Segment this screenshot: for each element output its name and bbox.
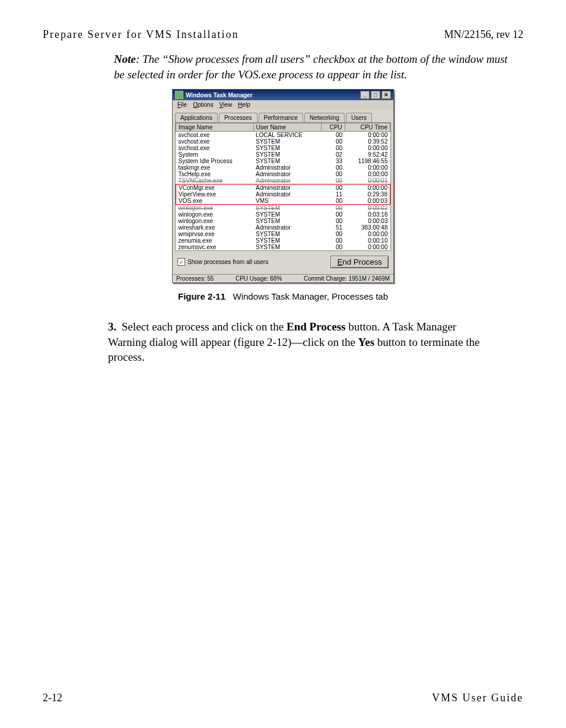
cell-cpu: 33 bbox=[321, 158, 345, 164]
table-row[interactable]: VOS.exeVMS000:00:03 bbox=[176, 198, 390, 205]
cell-cputime: 0:00:00 bbox=[345, 231, 390, 237]
step-3: 3. Select each process and click on the … bbox=[108, 319, 481, 364]
cell-cputime: 0:00:00 bbox=[345, 244, 390, 250]
tab-users[interactable]: Users bbox=[346, 113, 372, 122]
process-table: Image Name User Name CPU CPU Time svchos… bbox=[176, 123, 390, 250]
end-process-button[interactable]: End Process bbox=[330, 256, 389, 268]
close-button[interactable]: ✕ bbox=[381, 91, 391, 99]
note-text: : The “Show processes from all users” ch… bbox=[114, 53, 508, 81]
col-image[interactable]: Image Name bbox=[176, 123, 254, 132]
cell-image: ViperView.exe bbox=[176, 191, 254, 198]
table-row[interactable]: wireshark.exeAdministrator51383:00:48 bbox=[176, 224, 390, 231]
status-commit: Commit Charge: 1951M / 2469M bbox=[304, 275, 390, 282]
table-row[interactable]: svchost.exeSYSTEM000:39:52 bbox=[176, 138, 390, 145]
cell-user: SYSTEM bbox=[253, 158, 321, 164]
table-row[interactable]: taskmgr.exeAdministrator000:00:00 bbox=[176, 164, 390, 171]
cell-cputime: 0:29:38 bbox=[345, 191, 390, 198]
footer-page-number: 2-12 bbox=[43, 692, 62, 704]
cell-image: winlogon.exe bbox=[176, 205, 254, 212]
cell-image: svchost.exe bbox=[176, 132, 254, 139]
tab-networking[interactable]: Networking bbox=[304, 113, 345, 122]
table-row[interactable]: winlogon.exeSYSTEM000:03:16 bbox=[176, 211, 390, 218]
cell-user: SYSTEM bbox=[253, 211, 321, 218]
show-all-users-checkbox[interactable]: ✓ Show processes from all users bbox=[177, 258, 268, 266]
col-cpu[interactable]: CPU bbox=[321, 123, 345, 132]
figure-text: Windows Task Manager, Processes tab bbox=[233, 291, 389, 301]
table-row[interactable]: SystemSYSTEM029:52:42 bbox=[176, 151, 390, 158]
cell-image: winlogon.exe bbox=[176, 218, 254, 224]
step-number: 3. bbox=[108, 320, 116, 333]
status-bar: Processes: 55 CPU Usage: 68% Commit Char… bbox=[173, 274, 393, 282]
lower-bar: ✓ Show processes from all users End Proc… bbox=[173, 251, 393, 274]
cell-user: Administrator bbox=[253, 224, 321, 231]
col-cputime[interactable]: CPU Time bbox=[345, 123, 390, 132]
tab-processes[interactable]: Processes bbox=[219, 113, 257, 122]
cell-user: SYSTEM bbox=[253, 145, 321, 151]
cell-image: TSVNCache.exe bbox=[176, 177, 254, 185]
col-user[interactable]: User Name bbox=[253, 123, 321, 132]
cell-cputime: 1198:46:55 bbox=[345, 158, 390, 164]
minimize-button[interactable]: _ bbox=[360, 91, 370, 99]
cell-user: Administrator bbox=[253, 185, 321, 192]
cell-cputime: 0:00:00 bbox=[345, 164, 390, 171]
cell-user: SYSTEM bbox=[253, 138, 321, 145]
cell-image: System bbox=[176, 151, 254, 158]
figure-number: Figure 2-11 bbox=[178, 291, 225, 301]
show-all-users-label: Show processes from all users bbox=[187, 259, 268, 265]
page-footer: 2-12 VMS User Guide bbox=[43, 692, 523, 704]
status-cpu: CPU Usage: 68% bbox=[236, 275, 282, 282]
table-row[interactable]: TscHelp.exeAdministrator000:00:00 bbox=[176, 171, 390, 177]
cell-cpu: 00 bbox=[321, 138, 345, 145]
table-header-row: Image Name User Name CPU CPU Time bbox=[176, 123, 390, 132]
cell-cputime: 0:00:00 bbox=[345, 132, 390, 139]
table-row[interactable]: zenumia.exeSYSTEM000:00:10 bbox=[176, 237, 390, 244]
table-row[interactable]: winlogon.exeSYSTEM000:00:02 bbox=[176, 205, 390, 212]
menu-options[interactable]: Options bbox=[193, 101, 213, 108]
tab-performance[interactable]: Performance bbox=[259, 113, 303, 122]
table-row[interactable]: ViperView.exeAdministrator110:29:38 bbox=[176, 191, 390, 198]
cell-cpu: 00 bbox=[321, 145, 345, 151]
table-row[interactable]: svchost.exeSYSTEM000:00:00 bbox=[176, 145, 390, 151]
note-paragraph: Note: The “Show processes from all users… bbox=[114, 52, 517, 82]
cell-cputime: 383:00:48 bbox=[345, 224, 390, 231]
cell-image: TscHelp.exe bbox=[176, 171, 254, 177]
tabs: Applications Processes Performance Netwo… bbox=[175, 113, 391, 122]
menu-help[interactable]: Help bbox=[238, 101, 250, 108]
cell-cputime: 9:52:42 bbox=[345, 151, 390, 158]
cell-cpu: 51 bbox=[321, 224, 345, 231]
table-row[interactable]: svchost.exeLOCAL SERVICE000:00:00 bbox=[176, 132, 390, 139]
menu-file[interactable]: File bbox=[177, 101, 187, 108]
cell-cpu: 11 bbox=[321, 191, 345, 198]
cell-user: SYSTEM bbox=[253, 237, 321, 244]
titlebar[interactable]: Windows Task Manager _ □ ✕ bbox=[173, 90, 393, 100]
cell-cputime: 0:00:00 bbox=[345, 145, 390, 151]
cell-user: SYSTEM bbox=[253, 244, 321, 250]
cell-image: VOS.exe bbox=[176, 198, 254, 205]
app-icon bbox=[175, 91, 183, 99]
task-manager-window: Windows Task Manager _ □ ✕ File Options … bbox=[172, 89, 394, 283]
table-row[interactable]: System Idle ProcessSYSTEM331198:46:55 bbox=[176, 158, 390, 164]
checkbox-icon[interactable]: ✓ bbox=[177, 258, 185, 266]
figure-caption: Figure 2-11 Windows Task Manager, Proces… bbox=[43, 291, 523, 301]
table-row[interactable]: winlogon.exeSYSTEM000:00:03 bbox=[176, 218, 390, 224]
menu-bar: File Options View Help bbox=[173, 100, 393, 109]
cell-cpu: 00 bbox=[321, 185, 345, 192]
cell-image: wmiprvse.exe bbox=[176, 231, 254, 237]
tab-applications[interactable]: Applications bbox=[175, 113, 218, 122]
table-row[interactable]: wmiprvse.exeSYSTEM000:00:00 bbox=[176, 231, 390, 237]
cell-user: SYSTEM bbox=[253, 231, 321, 237]
cell-user: Administrator bbox=[253, 191, 321, 198]
maximize-button[interactable]: □ bbox=[371, 91, 380, 99]
table-row[interactable]: VConMgr.exeAdministrator000:00:00 bbox=[176, 185, 390, 192]
footer-guide-title: VMS User Guide bbox=[432, 692, 523, 704]
cell-user: SYSTEM bbox=[253, 151, 321, 158]
table-row[interactable]: zenumsvc.exeSYSTEM000:00:00 bbox=[176, 244, 390, 250]
cell-cputime: 0:39:52 bbox=[345, 138, 390, 145]
cell-user: LOCAL SERVICE bbox=[253, 132, 321, 139]
cell-cpu: 00 bbox=[321, 237, 345, 244]
table-row[interactable]: TSVNCache.exeAdministrator000:00:01 bbox=[176, 177, 390, 185]
menu-view[interactable]: View bbox=[220, 101, 233, 108]
cell-user: SYSTEM bbox=[253, 205, 321, 212]
cell-user: Administrator bbox=[253, 164, 321, 171]
window-title: Windows Task Manager bbox=[186, 92, 253, 98]
